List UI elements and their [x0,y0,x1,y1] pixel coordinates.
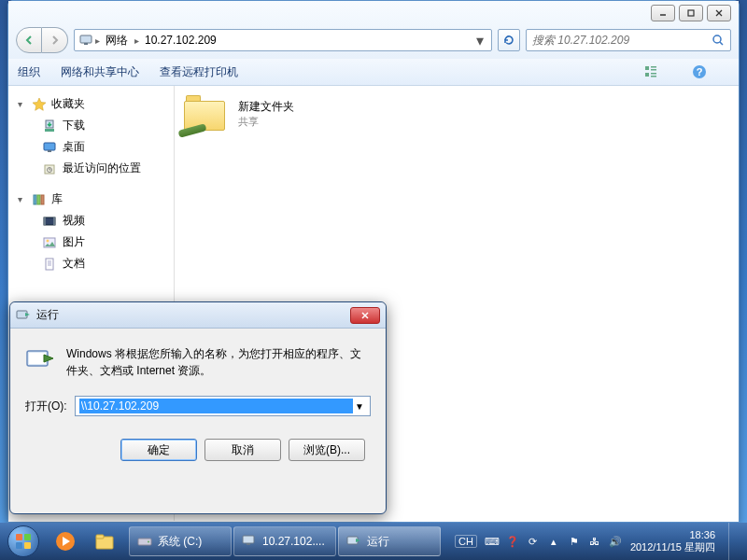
view-options-icon[interactable] [641,63,660,81]
star-icon [32,97,47,112]
run-close-button[interactable] [350,307,380,324]
toolbar-organize[interactable]: 组织 [18,64,40,80]
svg-rect-17 [45,129,54,132]
collapse-icon: ▾ [18,194,27,204]
pinned-mediaplayer[interactable] [47,526,84,556]
svg-rect-8 [645,66,649,70]
toolbar-remote-printers[interactable]: 查看远程打印机 [160,64,238,80]
svg-rect-39 [16,534,22,540]
desktop-icon [42,140,57,155]
ime-indicator[interactable]: CH [455,535,477,548]
tray-help-icon[interactable]: ❓ [505,536,520,548]
task-label: 系统 (C:) [158,534,202,550]
sidebar-item-downloads[interactable]: 下载 [12,115,170,136]
address-bar[interactable]: ▸ 网络 ▸ 10.27.102.209 ▾ [74,29,492,51]
clock[interactable]: 18:36 2012/11/15 星期四 [630,529,715,553]
sidebar-videos-label: 视频 [63,213,85,229]
run-title: 运行 [36,307,59,323]
svg-rect-5 [84,43,88,45]
svg-rect-26 [44,217,46,225]
svg-rect-4 [80,35,92,43]
sidebar-favorites-label: 收藏夹 [51,96,85,112]
svg-rect-42 [24,542,31,549]
tray-keyboard-icon[interactable]: ⌨ [485,536,500,548]
toolbar: 组织 网络和共享中心 查看远程打印机 ? [8,59,739,86]
toolbar-sharing-center[interactable]: 网络和共享中心 [61,64,139,80]
svg-point-6 [713,35,721,43]
drive-icon [137,534,152,549]
sidebar-favorites-header[interactable]: ▾ 收藏夹 [12,93,170,115]
system-tray: CH ⌨ ❓ ⟳ ▴ ⚑ 🖧 🔊 18:36 2012/11/15 星期四 [455,523,743,560]
refresh-button[interactable] [498,29,520,51]
show-desktop-button[interactable] [728,523,738,560]
address-dropdown-icon[interactable]: ▾ [472,32,487,49]
task-system-c[interactable]: 系统 (C:) [129,526,232,556]
run-message: Windows 将根据您所输入的名称，为您打开相应的程序、文件夹、文档或 Int… [66,345,371,379]
run-input[interactable] [79,399,353,413]
task-network-host[interactable]: 10.27.102.... [233,526,336,556]
minimize-button[interactable] [651,5,675,21]
svg-rect-48 [243,536,254,543]
svg-rect-10 [651,69,656,71]
tray-flag-icon[interactable]: ⚑ [567,536,582,548]
sidebar-item-videos[interactable]: 视频 [12,210,170,231]
svg-rect-1 [688,10,694,16]
picture-icon [42,235,57,250]
nav-bar: ▸ 网络 ▸ 10.27.102.209 ▾ [8,1,739,59]
tray-sync-icon[interactable]: ⟳ [526,536,541,548]
folder-subtitle: 共享 [238,115,294,129]
clock-date: 2012/11/15 星期四 [630,541,715,553]
search-input[interactable] [532,34,712,47]
ok-button[interactable]: 确定 [120,439,197,461]
sidebar-desktop-label: 桌面 [63,139,85,155]
svg-rect-45 [96,535,104,539]
browse-button[interactable]: 浏览(B)... [289,439,365,461]
back-button[interactable] [16,27,42,53]
breadcrumb-host[interactable]: 10.27.102.209 [141,34,221,47]
run-large-icon [25,345,55,375]
tray-volume-icon[interactable]: 🔊 [608,536,623,548]
run-open-label: 打开(O): [25,399,67,414]
sidebar-libraries-header[interactable]: ▾ 库 [12,189,170,210]
close-button[interactable] [707,5,731,21]
svg-rect-9 [651,66,656,68]
computer-icon [78,33,93,48]
sidebar-recent-label: 最近访问的位置 [63,161,141,176]
tray-network-icon[interactable]: 🖧 [587,536,602,547]
run-combobox[interactable]: ▼ [75,396,371,416]
shared-folder-item[interactable]: 新建文件夹 共享 [184,95,352,133]
svg-rect-49 [247,543,250,545]
clock-time: 18:36 [630,529,715,541]
svg-rect-38 [29,353,46,364]
sidebar-item-pictures[interactable]: 图片 [12,231,170,253]
svg-rect-30 [46,259,53,270]
search-icon[interactable] [712,34,725,47]
svg-rect-11 [645,73,649,77]
svg-rect-18 [44,143,55,150]
tray-chevron-icon[interactable]: ▴ [546,536,561,548]
crumb-sep-icon: ▸ [133,35,141,46]
cancel-button[interactable]: 取消 [204,439,281,461]
pinned-explorer[interactable] [86,526,123,556]
search-box[interactable] [526,29,731,51]
sidebar-item-desktop[interactable]: 桌面 [12,136,170,158]
svg-rect-23 [37,195,40,204]
svg-point-29 [47,239,49,242]
forward-button[interactable] [42,27,68,53]
sidebar-downloads-label: 下载 [63,118,85,133]
sidebar-item-recent[interactable]: 最近访问的位置 [12,158,170,179]
svg-rect-22 [34,195,36,204]
taskbar: 系统 (C:) 10.27.102.... 运行 CH ⌨ ❓ ⟳ ▴ ⚑ 🖧 … [0,523,747,560]
task-run[interactable]: 运行 [338,526,441,556]
run-icon [16,308,31,323]
run-titlebar[interactable]: 运行 [10,302,386,329]
breadcrumb-network[interactable]: 网络 [102,33,133,49]
recent-icon [42,161,57,176]
svg-rect-24 [41,195,44,204]
sidebar-item-documents[interactable]: 文档 [12,253,170,274]
video-icon [42,214,57,229]
maximize-button[interactable] [679,5,703,21]
help-icon[interactable]: ? [690,63,709,81]
start-button[interactable] [4,523,43,560]
dropdown-icon[interactable]: ▼ [353,401,366,412]
